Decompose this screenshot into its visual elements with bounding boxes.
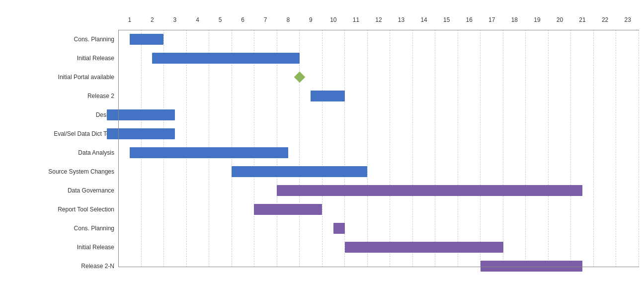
bar-row: [118, 87, 639, 105]
top-axis-line: [118, 30, 639, 30]
bar-row: [118, 162, 639, 181]
bar-blue: [107, 128, 175, 139]
bar-row: [118, 181, 639, 200]
row-label: Report Tool Selection: [5, 200, 118, 219]
col-header: 20: [549, 10, 571, 30]
bar-purple: [254, 204, 322, 215]
col-header: 15: [435, 10, 458, 30]
row-label: Initial Release: [5, 49, 118, 68]
col-headers: 1234567891011121314151617181920212223: [118, 10, 639, 30]
bar-row: [118, 238, 639, 257]
bar-row: [118, 105, 639, 124]
chart-inner: Cons. PlanningInitial ReleaseInitial Por…: [5, 10, 639, 277]
col-header: 13: [390, 10, 413, 30]
col-header: 7: [254, 10, 277, 30]
row-label: Release 2: [5, 87, 118, 105]
col-header: 5: [209, 10, 232, 30]
bar-row: [118, 257, 639, 276]
col-header: 21: [571, 10, 594, 30]
col-header: 6: [232, 10, 254, 30]
col-header: 23: [616, 10, 639, 30]
chart-container: Cons. PlanningInitial ReleaseInitial Por…: [0, 0, 644, 292]
col-header: 18: [503, 10, 526, 30]
row-label: Data Analysis: [5, 143, 118, 162]
col-header: 2: [141, 10, 164, 30]
col-header: 9: [300, 10, 322, 30]
row-label: Data Governance: [5, 181, 118, 200]
row-label: Cons. Planning: [5, 30, 118, 49]
col-header: 1: [118, 10, 141, 30]
bar-row: [118, 49, 639, 68]
col-header: 16: [458, 10, 481, 30]
row-label: Initial Portal available: [5, 68, 118, 87]
y-axis-line: [118, 30, 119, 267]
label-column: Cons. PlanningInitial ReleaseInitial Por…: [5, 30, 118, 276]
bar-blue: [107, 109, 175, 120]
bar-blue: [152, 53, 299, 64]
col-header: 17: [481, 10, 503, 30]
col-header: 12: [367, 10, 390, 30]
bar-purple: [345, 242, 503, 253]
bar-purple: [333, 223, 345, 234]
col-header: 22: [594, 10, 617, 30]
bars-area: [118, 30, 639, 267]
col-header: 3: [163, 10, 186, 30]
bar-blue: [232, 166, 367, 177]
bar-row: [118, 200, 639, 219]
col-header: 8: [277, 10, 300, 30]
col-header: 14: [412, 10, 435, 30]
col-header: 10: [322, 10, 345, 30]
bar-row: [118, 143, 639, 162]
row-label: Design: [5, 105, 118, 124]
bar-blue: [311, 91, 344, 101]
bar-row: [118, 124, 639, 143]
grid-area: 1234567891011121314151617181920212223: [118, 10, 639, 267]
row-label: Release 2-N: [5, 257, 118, 276]
milestone-diamond: [294, 72, 305, 83]
bar-purple: [481, 261, 582, 272]
bar-row: [118, 68, 639, 87]
x-axis-line: [118, 267, 639, 267]
row-label: Eval/Sel Data Dict Tool: [5, 124, 118, 143]
bar-blue: [130, 147, 288, 158]
bar-row: [118, 30, 639, 49]
bar-purple: [277, 185, 582, 196]
row-label: Cons. Planning: [5, 219, 118, 238]
col-header: 4: [186, 10, 209, 30]
row-label: Source System Changes: [5, 162, 118, 181]
col-header: 19: [526, 10, 549, 30]
row-label: Initial Release: [5, 238, 118, 257]
bar-blue: [130, 34, 163, 45]
bar-row: [118, 219, 639, 238]
col-header: 11: [345, 10, 368, 30]
